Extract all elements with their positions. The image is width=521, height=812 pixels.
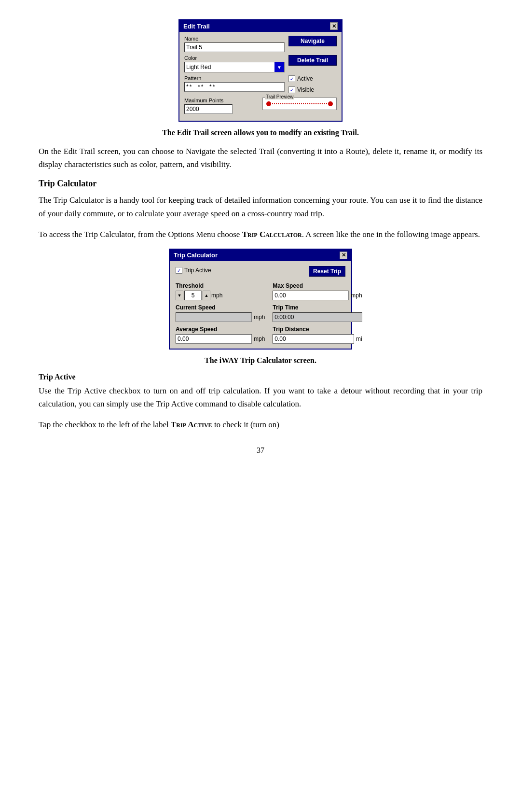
trip-calculator-titlebar: Trip Calculator ✕ [170, 250, 351, 261]
visible-label: Visible [297, 86, 314, 93]
max-points-input[interactable] [184, 104, 233, 114]
tap-para-suffix: to check it (turn on) [212, 420, 279, 429]
trail-preview-label: Trail Preview [265, 94, 294, 99]
trip-time-group: Trip Time [273, 304, 362, 322]
trip-calculator-heading: Trip Calculator [39, 179, 482, 189]
trail-preview-col: Trail Preview [262, 98, 337, 114]
trip-active-checkbox[interactable]: ✓ [176, 267, 182, 274]
trip-calc-smallcaps: Trip Calculator [242, 230, 302, 239]
trip-fields-grid: Threshold ▼ ▲ mph Max Speed m [176, 282, 345, 344]
trip-calculator-title: Trip Calculator [174, 252, 218, 259]
threshold-input-row: ▼ ▲ mph [176, 291, 265, 300]
trip-active-checkbox-row: ✓ Trip Active [176, 267, 211, 274]
page-content: Edit Trail ✕ Name Navigate [39, 19, 482, 455]
max-points-col: Maximum Points [184, 98, 259, 114]
edit-trail-close-button[interactable]: ✕ [330, 22, 338, 30]
trip-calculator-dialog-container: Trip Calculator ✕ ✓ Trip Active Reset Tr… [39, 249, 482, 350]
threshold-down-button[interactable]: ▼ [176, 291, 183, 300]
trip-top-row: ✓ Trip Active Reset Trip [176, 266, 345, 277]
edit-trail-body-text: On the Edit Trail screen, you can choose… [39, 145, 482, 171]
edit-trail-left-col: Name [184, 36, 285, 52]
trip-calculator-close-button[interactable]: ✕ [340, 252, 347, 259]
threshold-input[interactable] [184, 291, 202, 300]
trip-time-input-row [273, 312, 362, 322]
active-checkbox-row: ✓ Active [288, 75, 337, 82]
edit-trail-right-col: Navigate [288, 36, 337, 52]
page-number: 37 [39, 446, 482, 455]
threshold-label: Threshold [176, 282, 265, 289]
trip-distance-input[interactable] [273, 334, 354, 344]
pattern-label: Pattern [184, 75, 285, 81]
delete-trail-button[interactable]: Delete Trail [288, 55, 337, 66]
edit-trail-maxpoints-row: Maximum Points Trail Preview [184, 98, 337, 114]
visible-checkbox[interactable]: ✓ [288, 86, 295, 93]
trip-distance-input-row: mi [273, 334, 362, 344]
pattern-input[interactable] [184, 82, 285, 92]
color-value: Light Red [185, 63, 274, 71]
trail-dashes [272, 103, 327, 104]
max-speed-input-row: mph [273, 291, 362, 300]
edit-trail-color-row: Color Light Red ▼ Delete Trail [184, 55, 337, 72]
edit-trail-name-row: Name Navigate [184, 36, 337, 52]
current-speed-unit: mph [254, 314, 265, 321]
avg-speed-input-row: mph [176, 334, 265, 344]
max-speed-group: Max Speed mph [273, 282, 362, 300]
avg-speed-unit: mph [254, 336, 265, 342]
edit-trail-body: Name Navigate Color Light Red ▼ [179, 32, 342, 121]
trip-active-label: Trip Active [184, 267, 211, 274]
trip-distance-label: Trip Distance [273, 326, 362, 333]
color-dropdown-icon[interactable]: ▼ [274, 62, 284, 72]
trip-calculator-body1: The Trip Calculator is a handy tool for … [39, 194, 482, 220]
current-speed-group: Current Speed mph [176, 304, 265, 322]
color-select[interactable]: Light Red ▼ [184, 62, 285, 72]
tap-para-prefix: Tap the checkbox to the left of the labe… [39, 420, 171, 429]
max-speed-input[interactable] [273, 291, 349, 300]
avg-speed-group: Average Speed mph [176, 326, 265, 344]
current-speed-input-row: mph [176, 312, 265, 322]
trip-calc-body2-prefix: To access the Trip Calculator, from the … [39, 230, 242, 239]
name-label: Name [184, 36, 285, 42]
max-speed-unit: mph [351, 292, 362, 299]
tap-para: Tap the checkbox to the left of the labe… [39, 418, 482, 431]
edit-trail-dialog: Edit Trail ✕ Name Navigate [178, 19, 343, 122]
color-label: Color [184, 55, 285, 61]
trip-calculator-dialog: Trip Calculator ✕ ✓ Trip Active Reset Tr… [169, 249, 352, 350]
current-speed-input [176, 312, 252, 322]
active-label: Active [297, 75, 313, 82]
tap-para-smallcaps: Trip Active [171, 420, 212, 429]
trail-preview-box: Trail Preview [262, 98, 337, 110]
trip-calculator-caption: The iWAY Trip Calculator screen. [39, 356, 482, 365]
edit-trail-caption: The Edit Trail screen allows you to modi… [39, 128, 482, 137]
navigate-button[interactable]: Navigate [288, 36, 337, 46]
trail-dot-start [266, 101, 271, 106]
max-speed-label: Max Speed [273, 282, 362, 289]
edit-trail-titlebar: Edit Trail ✕ [179, 20, 342, 32]
trip-time-label: Trip Time [273, 304, 362, 311]
trip-active-body: Use the Trip Active checkbox to turn on … [39, 384, 482, 410]
threshold-group: Threshold ▼ ▲ mph [176, 282, 265, 300]
active-checkbox[interactable]: ✓ [288, 75, 295, 82]
trip-distance-group: Trip Distance mi [273, 326, 362, 344]
edit-trail-title: Edit Trail [183, 23, 210, 30]
threshold-unit: mph [211, 292, 222, 299]
avg-speed-input[interactable] [176, 334, 252, 344]
trip-distance-unit: mi [356, 336, 362, 342]
trip-active-subheading: Trip Active [39, 373, 482, 381]
trail-name-input[interactable] [184, 42, 285, 52]
edit-trail-dialog-container: Edit Trail ✕ Name Navigate [39, 19, 482, 122]
edit-trail-color-col: Color Light Red ▼ [184, 55, 285, 72]
max-points-label: Maximum Points [184, 98, 259, 103]
edit-trail-pattern-row: Pattern ✓ Active ✓ Visible [184, 75, 337, 95]
edit-trail-pattern-col: Pattern [184, 75, 285, 95]
trip-calculator-body: ✓ Trip Active Reset Trip Threshold ▼ ▲ [170, 261, 351, 349]
trip-time-input [273, 312, 362, 322]
trail-dot-end [328, 101, 333, 106]
visible-checkbox-row: ✓ Visible [288, 86, 337, 93]
threshold-up-button[interactable]: ▲ [203, 291, 210, 300]
current-speed-label: Current Speed [176, 304, 265, 311]
edit-trail-delete-col: Delete Trail [288, 55, 337, 72]
trip-calculator-body2: To access the Trip Calculator, from the … [39, 228, 482, 241]
trail-preview-line [265, 99, 334, 108]
reset-trip-button[interactable]: Reset Trip [309, 266, 345, 277]
edit-trail-checkboxes: ✓ Active ✓ Visible [288, 75, 337, 95]
